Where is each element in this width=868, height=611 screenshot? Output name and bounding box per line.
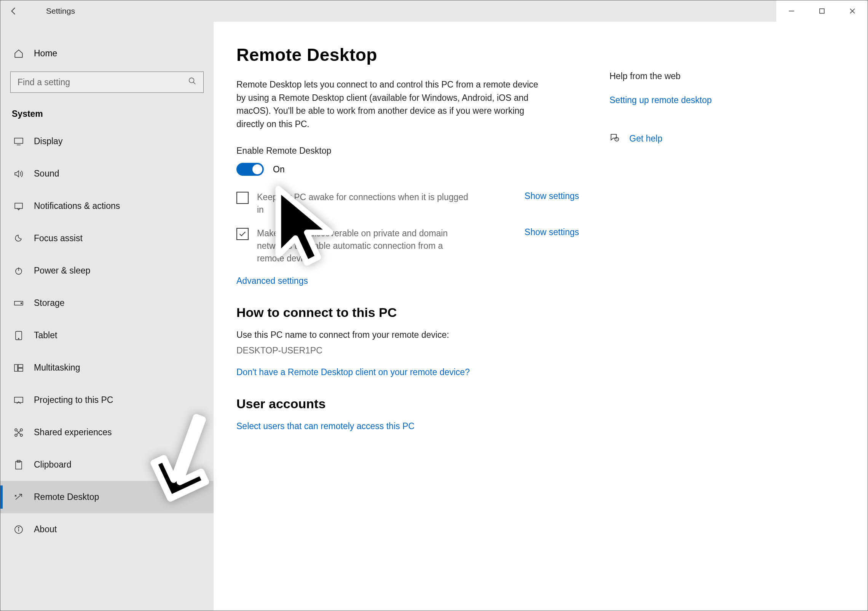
svg-point-14 (18, 338, 19, 339)
app-title: Settings (46, 6, 75, 16)
nav-projecting[interactable]: Projecting to this PC (0, 384, 214, 416)
keep-awake-row: Keep my PC awake for connections when it… (236, 191, 579, 216)
svg-rect-1 (820, 9, 824, 13)
howto-heading: How to connect to this PC (236, 305, 579, 320)
focus-icon (13, 234, 24, 243)
select-users-link[interactable]: Select users that can remotely access th… (236, 421, 415, 431)
nav-power-sleep[interactable]: Power & sleep (0, 255, 214, 287)
keep-awake-show-settings[interactable]: Show settings (509, 191, 579, 201)
nav-display[interactable]: Display (0, 125, 214, 158)
svg-rect-15 (14, 364, 18, 371)
window-controls (776, 0, 868, 22)
discoverable-checkbox[interactable] (236, 228, 249, 240)
nav-notifications[interactable]: Notifications & actions (0, 190, 214, 222)
maximize-button[interactable] (807, 0, 837, 22)
enable-label: Enable Remote Desktop (236, 146, 579, 156)
svg-rect-16 (18, 364, 23, 368)
home-nav[interactable]: Home (0, 43, 214, 64)
no-client-link[interactable]: Don't have a Remote Desktop client on yo… (236, 367, 579, 377)
advanced-settings-link[interactable]: Advanced settings (236, 276, 579, 286)
nav-clipboard[interactable]: Clipboard (0, 449, 214, 481)
howto-text: Use this PC name to connect from your re… (236, 330, 579, 340)
nav-focus-assist[interactable]: Focus assist (0, 222, 214, 255)
nav-label: Focus assist (34, 233, 83, 243)
storage-icon (13, 299, 24, 307)
content: Remote Desktop Remote Desktop lets you c… (214, 22, 868, 611)
nav-label: Power & sleep (34, 266, 90, 276)
sound-icon (13, 170, 24, 178)
power-icon (13, 266, 24, 275)
search-box[interactable] (10, 72, 204, 93)
home-icon (13, 49, 24, 59)
svg-text:?: ? (616, 138, 617, 141)
discoverable-row: Make my PC discoverable on private and d… (236, 227, 579, 265)
nav-label: Sound (34, 169, 59, 179)
shared-icon (13, 428, 24, 438)
nav-remote-desktop[interactable]: Remote Desktop (0, 481, 214, 513)
nav-tablet[interactable]: Tablet (0, 319, 214, 352)
get-help-link[interactable]: Get help (629, 134, 662, 144)
search-input[interactable] (18, 77, 188, 88)
aside-setup-link[interactable]: Setting up remote desktop (610, 95, 785, 105)
svg-point-4 (189, 78, 194, 83)
page-description: Remote Desktop lets you connect to and c… (236, 78, 549, 130)
nav-label: Projecting to this PC (34, 395, 113, 405)
sidebar: Home System Display Sound (0, 22, 214, 611)
nav-label: Storage (34, 298, 65, 308)
discoverable-text: Make my PC discoverable on private and d… (257, 227, 470, 265)
about-icon (13, 525, 24, 534)
help-icon: ? (610, 133, 620, 144)
svg-point-29 (18, 527, 19, 528)
remote-desktop-icon (13, 493, 24, 501)
enable-toggle[interactable] (236, 163, 264, 176)
nav-storage[interactable]: Storage (0, 287, 214, 319)
home-label: Home (34, 48, 57, 59)
toggle-state: On (273, 164, 285, 175)
keep-awake-checkbox[interactable] (236, 192, 249, 204)
pc-name: DESKTOP-USER1PC (236, 345, 579, 356)
keep-awake-text: Keep my PC awake for connections when it… (257, 191, 470, 216)
titlebar: Settings (0, 0, 868, 22)
main-column: Remote Desktop Remote Desktop lets you c… (236, 45, 579, 611)
notifications-icon (13, 202, 24, 210)
settings-window: Settings Home (0, 0, 868, 611)
page-title: Remote Desktop (236, 45, 579, 65)
aside-heading: Help from the web (610, 71, 785, 81)
svg-rect-25 (16, 461, 22, 469)
nav-list: Display Sound Notifications & actions Fo… (0, 125, 214, 546)
nav-label: Remote Desktop (34, 492, 99, 502)
projecting-icon (13, 396, 24, 404)
get-help-row[interactable]: ? Get help (610, 133, 785, 144)
nav-multitasking[interactable]: Multitasking (0, 352, 214, 384)
category-label: System (0, 97, 214, 125)
aside-column: Help from the web Setting up remote desk… (610, 45, 785, 611)
svg-rect-17 (18, 368, 23, 371)
clipboard-icon (13, 460, 24, 470)
close-button[interactable] (837, 0, 868, 22)
back-button[interactable] (0, 0, 27, 22)
nav-label: Multitasking (34, 363, 80, 373)
nav-label: About (34, 524, 57, 535)
minimize-button[interactable] (776, 0, 807, 22)
nav-label: Shared experiences (34, 427, 112, 438)
nav-sound[interactable]: Sound (0, 158, 214, 190)
tablet-icon (13, 331, 24, 341)
search-icon (188, 77, 196, 88)
svg-rect-8 (15, 203, 22, 208)
display-icon (13, 137, 24, 146)
multitasking-icon (13, 364, 24, 372)
nav-label: Tablet (34, 330, 57, 341)
nav-about[interactable]: About (0, 513, 214, 546)
nav-label: Clipboard (34, 460, 71, 470)
svg-rect-6 (14, 138, 23, 143)
nav-label: Display (34, 136, 62, 146)
nav-label: Notifications & actions (34, 201, 120, 211)
svg-point-12 (21, 302, 22, 304)
nav-shared-experiences[interactable]: Shared experiences (0, 416, 214, 449)
discoverable-show-settings[interactable]: Show settings (509, 227, 579, 237)
accounts-heading: User accounts (236, 396, 579, 411)
svg-line-5 (193, 82, 196, 84)
